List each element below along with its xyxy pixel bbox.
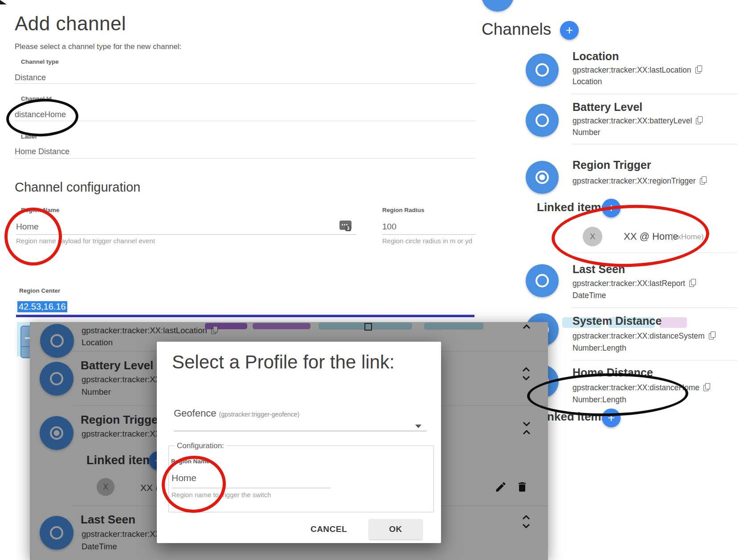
- region-trigger-channel-icon: [40, 416, 74, 450]
- channel-item-type: Location: [572, 77, 602, 86]
- linked-item-avatar: X: [583, 227, 602, 246]
- region-name-label: Region Name: [21, 207, 59, 213]
- modal-region-name-helper: Region name to trigger the switch: [172, 491, 271, 499]
- divider: [572, 253, 737, 253]
- dropdown-caret-icon[interactable]: [415, 425, 421, 428]
- linked-items-heading: Linked items: [537, 200, 608, 214]
- channel-name: Last Seen: [572, 263, 625, 276]
- autofill-extension-icon[interactable]: 3: [339, 221, 352, 230]
- region-radius-input[interactable]: 100: [382, 222, 397, 232]
- page-subtitle: Please select a channel type for the new…: [15, 42, 181, 51]
- location-channel-icon: [40, 324, 74, 358]
- linked-item-label[interactable]: XX @ Home: [624, 231, 679, 242]
- channel-icon-partial: [482, 0, 514, 12]
- channels-heading: Channels: [482, 20, 551, 39]
- copy-icon[interactable]: [696, 116, 703, 124]
- linked-item-sub: (xxHome): [671, 233, 704, 241]
- fieldset-legend: Configuration:: [175, 441, 226, 450]
- region-center-label: Region Center: [19, 287, 60, 294]
- last-seen-channel-icon: [526, 264, 559, 297]
- last-seen-channel-icon: [40, 516, 74, 550]
- channel-uid: gpstracker:tracker:XX:distanceHome: [572, 383, 710, 392]
- divider: [572, 144, 737, 144]
- config-heading: Channel configuration: [15, 180, 140, 195]
- channel-item-type: Number: [572, 128, 600, 137]
- modal-title: Select a Profile for the link:: [172, 352, 395, 373]
- modal-region-name-input[interactable]: Home: [172, 473, 196, 483]
- divider: [572, 94, 737, 94]
- copy-icon[interactable]: [703, 383, 710, 391]
- channel-uid: gpstracker:tracker:XX:batteryLevel: [572, 116, 703, 126]
- artifact-selection-blob: [253, 323, 311, 329]
- copy-icon[interactable]: [695, 65, 702, 74]
- channel-uid: gpstracker:tracker:XX:lastReport: [572, 279, 696, 288]
- region-center-focus-underline: [16, 315, 474, 317]
- add-linked-item-button[interactable]: +: [602, 199, 621, 217]
- channel-type-input[interactable]: Distance: [15, 73, 46, 82]
- label-field-label: Label: [21, 133, 37, 140]
- add-channel-button[interactable]: +: [560, 21, 579, 40]
- modal-region-name-underline: [172, 488, 331, 488]
- channel-id-underline: [15, 121, 475, 121]
- cursor-artifact: [0, 0, 7, 5]
- region-name-helper: Region name payload for trigger channel …: [16, 237, 155, 245]
- battery-channel-icon: [40, 362, 74, 396]
- channel-uid: gpstracker:tracker:XX:regionTrigger: [572, 176, 707, 186]
- artifact-selection-blob: [424, 323, 483, 330]
- channel-name: Battery Level: [81, 359, 153, 372]
- channel-id-label: Channel Id: [21, 95, 52, 102]
- channel-item-type: Number:Length: [572, 343, 626, 353]
- channel-uid: gpstracker:tracker:XX:lastLocation: [82, 326, 218, 335]
- channel-item-type: DateTime: [572, 291, 606, 300]
- channel-name: System Distance: [572, 315, 662, 327]
- profile-select-modal: Select a Profile for the link: Geofence …: [157, 342, 441, 543]
- channel-type-label: Channel type: [21, 58, 59, 65]
- delete-icon[interactable]: [516, 481, 528, 493]
- unfold-more-icon[interactable]: [521, 366, 531, 382]
- artifact-square: [364, 323, 372, 331]
- divider: [572, 360, 737, 360]
- autofill-badge: 3: [345, 225, 351, 231]
- unfold-more-icon[interactable]: [522, 323, 531, 329]
- channel-name: Location: [572, 50, 619, 63]
- unfold-less-icon[interactable]: [521, 420, 532, 436]
- copy-icon[interactable]: [211, 326, 218, 334]
- channel-type-underline: [15, 83, 475, 84]
- region-radius-helper: Region circle radius in m or yd: [382, 237, 472, 245]
- channel-name: Last Seen: [81, 513, 135, 527]
- profile-select[interactable]: Geofence (gpstracker:trigger-geofence): [174, 408, 299, 419]
- screen: Add channel Please select a channel type…: [0, 0, 744, 560]
- region-center-input[interactable]: 42.53,16.16: [17, 301, 67, 312]
- region-name-underline: [16, 234, 356, 235]
- channel-item-type: Number: [82, 387, 111, 397]
- channel-name: Home Distance: [572, 366, 653, 379]
- region-radius-underline: [382, 234, 475, 235]
- location-channel-icon: [526, 53, 559, 86]
- cancel-button[interactable]: CANCEL: [307, 519, 350, 540]
- modal-region-name-label: Region Name: [171, 458, 209, 465]
- ok-button[interactable]: OK: [369, 519, 422, 540]
- annotation-red-ellipse-region-name: [4, 208, 62, 266]
- configuration-fieldset: Configuration: Region Name Home Region n…: [168, 446, 434, 512]
- edit-icon[interactable]: [495, 481, 507, 493]
- region-name-input[interactable]: Home: [16, 222, 39, 232]
- unfold-more-icon[interactable]: [521, 514, 531, 530]
- label-field-input[interactable]: Home Distance: [15, 147, 69, 156]
- add-linked-item-button[interactable]: +: [602, 409, 621, 427]
- divider: [572, 307, 737, 308]
- battery-channel-icon: [526, 104, 559, 137]
- copy-icon[interactable]: [700, 176, 707, 184]
- copy-icon[interactable]: [689, 279, 696, 287]
- linked-item-avatar: X: [97, 478, 114, 496]
- copy-icon[interactable]: [709, 331, 715, 339]
- channel-name: Region Trigger: [572, 159, 651, 172]
- region-trigger-channel-icon: [526, 161, 559, 194]
- profile-select-underline: [174, 431, 427, 431]
- label-field-underline: [15, 158, 475, 159]
- channel-id-input[interactable]: distanceHome: [15, 110, 66, 119]
- artifact-selection-blob: [659, 317, 687, 328]
- profile-uid: (gpstracker:trigger-geofence): [219, 411, 300, 418]
- channel-item-type: DateTime: [82, 542, 117, 552]
- region-radius-label: Region Radius: [382, 207, 425, 213]
- channel-name: Region Trigger: [81, 413, 162, 427]
